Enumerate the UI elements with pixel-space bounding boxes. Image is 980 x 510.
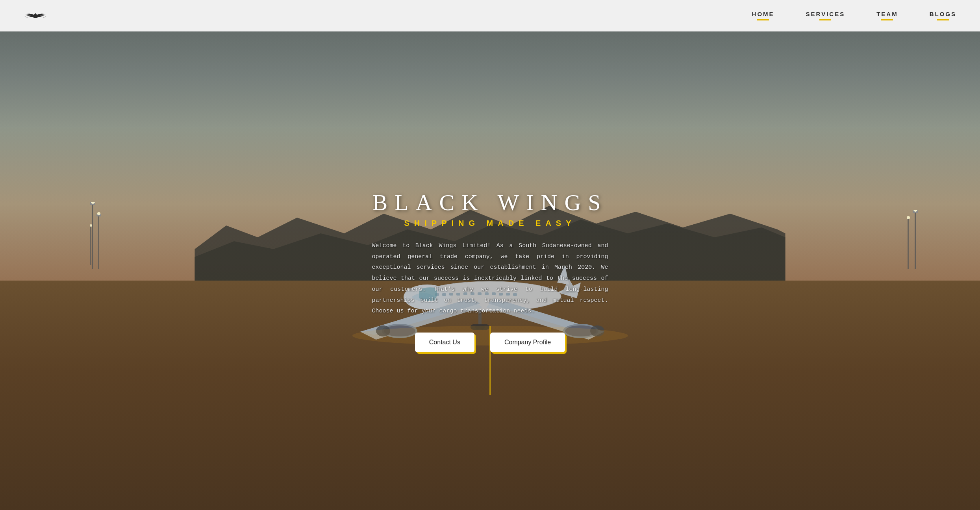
svg-rect-12	[915, 210, 916, 269]
hero-description: Welcome to Black Wings Limited! As a Sou…	[372, 240, 608, 317]
airport-lights-right	[900, 210, 931, 281]
nav-link-home[interactable]: HOME	[752, 11, 774, 17]
hero-content: BLACK WINGS SHIPPING MADE EASY Welcome t…	[356, 181, 624, 360]
wings-logo-icon	[24, 6, 47, 26]
nav-link-services[interactable]: SERVICES	[806, 11, 845, 17]
svg-point-8	[90, 224, 92, 227]
nav-item-team[interactable]: TEAM	[876, 11, 898, 20]
svg-point-11	[97, 212, 100, 215]
nav-link-team[interactable]: TEAM	[876, 11, 898, 17]
nav-item-home[interactable]: HOME	[752, 11, 774, 20]
svg-rect-15	[908, 218, 909, 269]
company-profile-button[interactable]: Company Profile	[490, 333, 565, 352]
svg-rect-7	[90, 225, 91, 265]
hero-buttons: Contact Us Company Profile	[372, 333, 608, 352]
nav-item-services[interactable]: SERVICES	[806, 11, 845, 20]
navbar: HOME SERVICES TEAM BLOGS	[0, 0, 980, 31]
hero-section: BLACK WINGS SHIPPING MADE EASY Welcome t…	[0, 0, 980, 510]
svg-rect-4	[92, 202, 93, 269]
hero-subtitle: SHIPPING MADE EASY	[372, 219, 608, 228]
airport-lights-left	[78, 202, 110, 281]
svg-point-16	[907, 216, 910, 219]
nav-link-blogs[interactable]: BLOGS	[930, 11, 956, 17]
contact-us-button[interactable]: Contact Us	[415, 333, 474, 352]
svg-rect-9	[98, 214, 99, 269]
nav-links: HOME SERVICES TEAM BLOGS	[752, 11, 956, 20]
logo[interactable]	[24, 6, 47, 26]
hero-title: BLACK WINGS	[372, 189, 608, 216]
nav-item-blogs[interactable]: BLOGS	[930, 11, 956, 20]
